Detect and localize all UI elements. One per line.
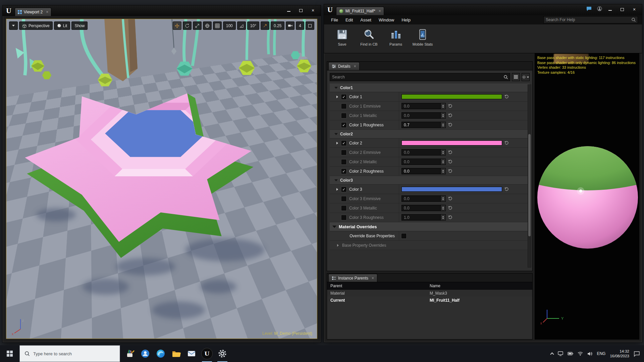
base-property-overrides-row[interactable]: Base Property Overrides	[330, 241, 530, 250]
category-row[interactable]: Color1	[330, 83, 530, 92]
taskbar-mail-icon[interactable]	[184, 345, 199, 362]
tray-expand-icon[interactable]	[550, 352, 554, 356]
override-checkbox[interactable]	[401, 234, 406, 238]
expander-icon[interactable]	[336, 142, 341, 144]
value-input[interactable]: 1.0	[401, 214, 446, 221]
parameter-checkbox[interactable]	[341, 113, 346, 118]
color-swatch[interactable]	[401, 94, 502, 99]
category-row[interactable]: Color3	[330, 176, 530, 185]
reset-to-default-icon[interactable]	[504, 95, 509, 99]
move-tool-button[interactable]	[173, 21, 181, 30]
reset-to-default-icon[interactable]	[448, 206, 452, 210]
scale-snap-toggle[interactable]	[261, 21, 269, 30]
parameter-checkbox[interactable]	[341, 206, 346, 210]
section-expander-icon[interactable]	[332, 226, 336, 228]
show-menu-button[interactable]: Show	[71, 21, 88, 30]
parameter-row[interactable]: ✓Color 2	[330, 138, 530, 148]
camera-speed-button[interactable]	[286, 21, 294, 30]
parameter-checkbox[interactable]: ✓	[341, 123, 346, 127]
viewport-tab[interactable]: Viewport 2 ×	[15, 8, 52, 16]
parameter-checkbox[interactable]	[341, 104, 346, 109]
value-input[interactable]: 0.0	[401, 168, 446, 174]
help-search-input[interactable]	[544, 17, 631, 22]
value-input[interactable]: 0.7	[401, 122, 446, 128]
material-preview-panel[interactable]: Base pass shader with static lighting: 1…	[535, 53, 639, 340]
value-drag-handle[interactable]	[440, 196, 445, 201]
value-drag-handle[interactable]	[440, 205, 445, 211]
editor-titlebar[interactable]: U MI_Fruit11_Half* × ×	[324, 4, 642, 15]
clock[interactable]: 14:32 16/08/2023	[610, 349, 629, 358]
parameter-row[interactable]: Color 2 Metallic0.0	[330, 157, 530, 167]
value-input[interactable]: 0.0	[401, 103, 446, 109]
lit-mode-button[interactable]: Lit	[54, 21, 70, 30]
value-drag-handle[interactable]	[440, 122, 445, 128]
parameter-checkbox[interactable]: ✓	[341, 187, 346, 192]
menu-window[interactable]: Window	[375, 16, 398, 24]
taskbar-unreal-icon[interactable]: U	[199, 345, 215, 362]
parameter-row[interactable]: Color 2 Emmisive0.0	[330, 148, 530, 157]
taskbar-search[interactable]: Type here to search	[19, 345, 120, 362]
taskbar-blue-app-icon[interactable]	[138, 345, 153, 362]
parameter-row[interactable]: Color 1 Metallic0.0	[330, 111, 530, 120]
details-tab-close-icon[interactable]: ×	[354, 64, 356, 69]
parameter-row[interactable]: Color 3 Metallic0.0	[330, 203, 530, 213]
parameter-row[interactable]: Color 3 Roughness1.0	[330, 213, 530, 222]
wifi-icon[interactable]	[578, 352, 583, 356]
viewport-3d-canvas[interactable]: Perspective Lit Show	[6, 19, 317, 339]
parameter-row[interactable]: Color 1 Emmisive0.0	[330, 102, 530, 111]
reset-to-default-icon[interactable]	[448, 215, 452, 220]
viewport-window-titlebar[interactable]: U Viewport 2 × ×	[3, 5, 321, 16]
value-input[interactable]: 0.0	[401, 195, 446, 202]
scrollbar-thumb[interactable]	[528, 134, 531, 236]
color-swatch[interactable]	[401, 187, 502, 192]
column-header-parent[interactable]: Parent	[327, 284, 430, 288]
maximize-button[interactable]	[297, 7, 305, 14]
reset-to-default-icon[interactable]	[448, 113, 452, 118]
parameter-checkbox[interactable]	[341, 215, 346, 220]
parameter-checkbox[interactable]	[341, 196, 346, 201]
taskbar-file-explorer-icon[interactable]	[168, 345, 184, 362]
value-drag-handle[interactable]	[440, 159, 445, 165]
reset-to-default-icon[interactable]	[448, 104, 452, 108]
category-row[interactable]: Color2	[330, 130, 530, 138]
language-indicator[interactable]: ENG	[597, 351, 605, 356]
grid-snap-toggle[interactable]	[213, 21, 222, 30]
menu-asset[interactable]: Asset	[357, 16, 375, 24]
parameter-row[interactable]: ✓Color 1 Roughness0.7	[330, 120, 530, 130]
expander-icon[interactable]	[336, 188, 341, 191]
expander-icon[interactable]	[336, 96, 341, 98]
close-button[interactable]: ×	[309, 7, 317, 14]
perspective-button[interactable]: Perspective	[19, 21, 53, 30]
find-in-cb-button[interactable]: Find in CB	[356, 27, 382, 53]
battery-icon[interactable]	[568, 352, 573, 356]
viewport-tab-close-icon[interactable]: ×	[46, 10, 48, 14]
rotation-snap-toggle[interactable]	[237, 21, 246, 30]
table-row[interactable]: Current MI_Fruit11_Half	[327, 297, 532, 304]
parameter-checkbox[interactable]	[341, 160, 346, 164]
details-search-input[interactable]	[330, 75, 503, 79]
category-expander-icon[interactable]	[334, 133, 338, 135]
value-drag-handle[interactable]	[440, 215, 445, 220]
parameter-row[interactable]: Color 3 Emmisive0.0	[330, 194, 530, 203]
value-drag-handle[interactable]	[440, 149, 445, 155]
value-drag-handle[interactable]	[440, 103, 445, 109]
material-instance-tab[interactable]: MI_Fruit11_Half* ×	[336, 7, 384, 15]
column-header-name[interactable]: Name	[430, 284, 532, 288]
minimize-button[interactable]	[284, 7, 293, 14]
taskbar-pens-icon[interactable]	[122, 345, 138, 362]
display-icon[interactable]	[558, 351, 563, 356]
start-button[interactable]	[0, 345, 19, 362]
community-icon[interactable]	[597, 6, 602, 11]
parameter-row[interactable]: ✓Color 3	[330, 185, 530, 194]
speaker-icon[interactable]	[587, 352, 592, 356]
value-drag-handle[interactable]	[440, 113, 445, 118]
details-search-box[interactable]	[330, 73, 510, 81]
params-button[interactable]: Params	[383, 27, 409, 53]
value-input[interactable]: 0.0	[401, 205, 446, 211]
scale-tool-button[interactable]	[193, 21, 202, 30]
close-button[interactable]: ×	[630, 6, 639, 13]
details-visibility-filter-button[interactable]	[522, 73, 530, 81]
save-button[interactable]: Save	[329, 27, 355, 53]
camera-speed-value-button[interactable]: 4	[296, 21, 304, 30]
override-base-properties-row[interactable]: Override Base Properties	[330, 231, 530, 241]
